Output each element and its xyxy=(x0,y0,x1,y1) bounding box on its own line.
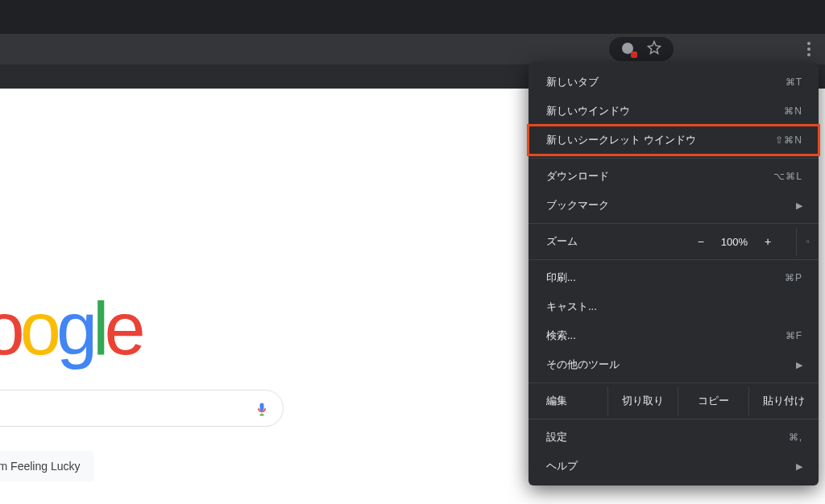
menu-separator xyxy=(529,259,819,260)
address-bar-actions xyxy=(609,37,674,61)
menu-item-shortcut: ⌘N xyxy=(784,105,802,117)
menu-separator xyxy=(529,382,819,383)
feeling-lucky-button[interactable]: I'm Feeling Lucky xyxy=(0,451,94,481)
menu-item-label: 検索... xyxy=(546,328,576,343)
menu-edit-cut[interactable]: 切り取り xyxy=(607,386,678,415)
bookmark-star-icon[interactable] xyxy=(647,40,661,58)
menu-help[interactable]: ヘルプ ▶ xyxy=(529,452,819,481)
menu-item-label: その他のツール xyxy=(546,357,620,372)
menu-edit-label: 編集 xyxy=(529,386,607,415)
menu-item-shortcut: ⌥⌘L xyxy=(773,171,802,182)
menu-find[interactable]: 検索... ⌘F xyxy=(529,321,819,350)
menu-separator xyxy=(529,158,819,159)
menu-item-label: ズーム xyxy=(546,234,578,249)
chrome-menu-button[interactable] xyxy=(802,37,815,61)
menu-item-label: ダウンロード xyxy=(546,169,609,184)
menu-new-tab[interactable]: 新しいタブ ⌘T xyxy=(529,68,819,97)
chrome-main-menu: 新しいタブ ⌘T 新しいウインドウ ⌘N 新しいシークレット ウインドウ ⇧⌘N… xyxy=(529,63,819,485)
zoom-level-value: 100% xyxy=(721,236,748,248)
zoom-in-button[interactable]: + xyxy=(762,235,773,248)
menu-new-window[interactable]: 新しいウインドウ ⌘N xyxy=(529,97,819,126)
menu-item-shortcut: ⌘P xyxy=(785,272,802,283)
voice-search-icon[interactable] xyxy=(254,400,270,421)
menu-item-label: ブックマーク xyxy=(546,198,609,213)
menu-settings[interactable]: 設定 ⌘, xyxy=(529,423,819,452)
menu-edit-row: 編集 切り取り コピー 貼り付け xyxy=(529,386,819,415)
tab-strip xyxy=(0,0,825,34)
menu-print[interactable]: 印刷... ⌘P xyxy=(529,263,819,292)
menu-edit-copy[interactable]: コピー xyxy=(678,386,748,415)
menu-edit-paste[interactable]: 貼り付け xyxy=(748,386,819,415)
menu-zoom: ズーム − 100% + xyxy=(529,227,819,256)
menu-item-shortcut: ⌘F xyxy=(786,330,802,341)
menu-cast[interactable]: キャスト... xyxy=(529,292,819,321)
menu-separator xyxy=(529,223,819,224)
menu-item-label: キャスト... xyxy=(546,300,597,314)
toolbar xyxy=(0,34,825,64)
menu-item-shortcut: ⇧⌘N xyxy=(775,134,802,146)
menu-item-label: 新しいシークレット ウインドウ xyxy=(546,133,696,147)
menu-item-label: 新しいタブ xyxy=(546,75,599,89)
search-input[interactable] xyxy=(0,390,284,427)
search-buttons-row: 検索 I'm Feeling Lucky xyxy=(0,451,94,481)
menu-item-shortcut: ⌘, xyxy=(789,432,802,443)
menu-item-label: 印刷... xyxy=(546,271,576,285)
fullscreen-button[interactable] xyxy=(796,228,819,255)
menu-item-label: ヘルプ xyxy=(546,459,578,473)
google-logo: Google xyxy=(0,287,141,371)
menu-separator xyxy=(529,419,819,419)
chevron-right-icon: ▶ xyxy=(796,200,802,211)
chevron-right-icon: ▶ xyxy=(796,360,802,370)
menu-item-label: 新しいウインドウ xyxy=(546,104,630,118)
extension-icon[interactable] xyxy=(621,42,636,56)
menu-bookmarks[interactable]: ブックマーク ▶ xyxy=(529,191,819,220)
menu-more-tools[interactable]: その他のツール ▶ xyxy=(529,350,819,379)
menu-item-shortcut: ⌘T xyxy=(786,76,802,88)
menu-new-incognito-window[interactable]: 新しいシークレット ウインドウ ⇧⌘N xyxy=(529,126,819,155)
menu-downloads[interactable]: ダウンロード ⌥⌘L xyxy=(529,162,819,191)
zoom-out-button[interactable]: − xyxy=(695,235,707,248)
chevron-right-icon: ▶ xyxy=(796,461,802,472)
menu-item-label: 設定 xyxy=(546,430,567,444)
